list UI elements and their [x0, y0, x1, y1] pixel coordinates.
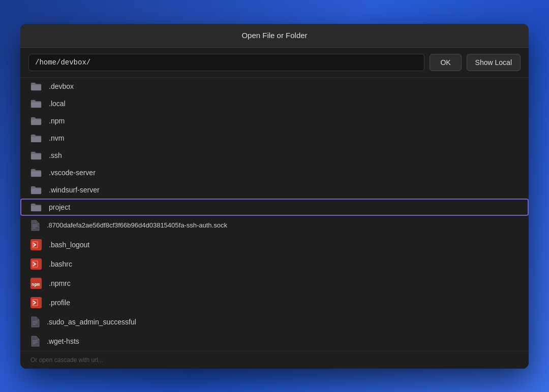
item-name: .sudo_as_admin_successful — [47, 318, 136, 326]
file-icon — [30, 220, 40, 231]
list-item[interactable]: .ssh — [20, 147, 529, 164]
item-name: .profile — [49, 299, 70, 307]
list-item[interactable]: .npm — [20, 112, 529, 129]
list-item[interactable]: npm .npmrc — [20, 274, 529, 293]
item-name: .wget-hsts — [47, 337, 79, 345]
folder-icon — [30, 168, 42, 177]
item-name: .8700dafefa2ae56df8cf3f66b96d4d03815405f… — [47, 221, 227, 229]
item-name: .local — [49, 100, 66, 108]
item-name: project — [49, 203, 70, 211]
dialog-title-bar: Open File or Folder — [20, 24, 529, 48]
list-item[interactable]: .devbox — [20, 78, 529, 95]
item-name: .npm — [49, 117, 65, 125]
file-icon — [30, 316, 40, 328]
toolbar: OK Show Local — [20, 48, 529, 78]
file-icon — [30, 336, 40, 347]
list-item[interactable]: .bash_logout — [20, 235, 529, 254]
list-item[interactable]: .sudo_as_admin_successful — [20, 312, 529, 332]
file-list: .devbox .local .npm .nvm — [20, 78, 529, 351]
folder-icon — [30, 99, 42, 108]
folder-icon — [30, 82, 42, 91]
script-icon — [30, 297, 42, 308]
item-name: .devbox — [49, 82, 74, 90]
item-name: .npmrc — [49, 279, 71, 287]
script-icon — [30, 258, 42, 270]
folder-icon — [30, 203, 42, 212]
item-name: .bashrc — [49, 260, 72, 268]
show-local-button[interactable]: Show Local — [467, 54, 521, 71]
folder-icon — [30, 185, 42, 194]
list-item[interactable]: .vscode-server — [20, 164, 529, 181]
list-item[interactable]: .wget-hsts — [20, 332, 529, 351]
path-input[interactable] — [28, 54, 424, 71]
svg-text:npm: npm — [32, 282, 40, 287]
npm-icon: npm — [30, 278, 42, 289]
list-item[interactable]: .nvm — [20, 129, 529, 147]
folder-icon — [30, 151, 42, 160]
open-file-dialog: Open File or Folder OK Show Local .devbo… — [20, 24, 529, 369]
ok-button[interactable]: OK — [430, 54, 461, 71]
list-item[interactable]: .bashrc — [20, 254, 529, 274]
script-icon — [30, 239, 42, 250]
folder-icon — [30, 116, 42, 125]
list-item[interactable]: .8700dafefa2ae56df8cf3f66b96d4d03815405f… — [20, 216, 529, 235]
list-item[interactable]: .local — [20, 95, 529, 112]
item-name: .vscode-server — [49, 169, 96, 177]
dialog-title: Open File or Folder — [241, 31, 307, 40]
item-name: .windsurf-server — [49, 186, 100, 194]
list-item[interactable]: .profile — [20, 293, 529, 312]
item-name: .ssh — [49, 151, 62, 159]
bottom-hint: Or open cascade with url... — [20, 351, 529, 369]
item-name: .nvm — [49, 134, 64, 142]
folder-icon — [30, 134, 42, 143]
list-item[interactable]: .windsurf-server — [20, 181, 529, 199]
item-name: .bash_logout — [49, 241, 89, 249]
list-item[interactable]: project — [20, 199, 529, 216]
